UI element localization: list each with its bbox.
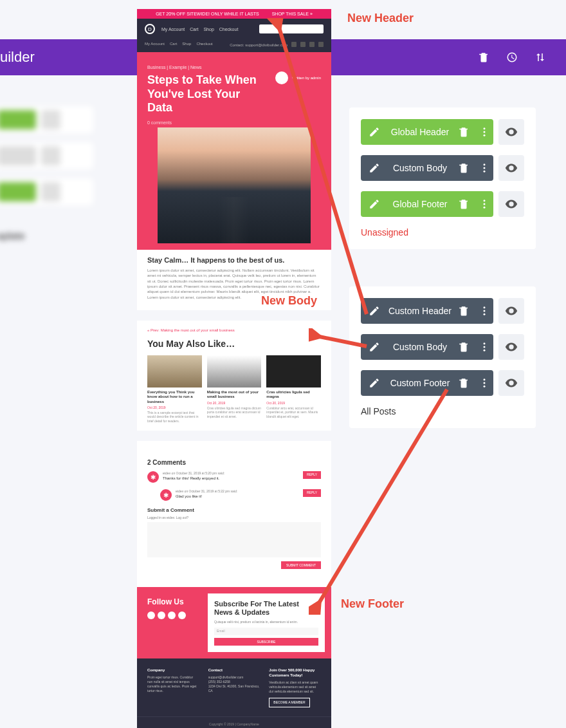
visibility-toggle[interactable] [498, 155, 524, 181]
prev-link[interactable]: « Prev: Making the most out of your smal… [147, 328, 321, 332]
comment-meta: etdev on October 31, 2019 at 5:22 pm sai… [176, 489, 299, 493]
col-heading: Company [147, 667, 199, 673]
subnav-link[interactable]: Checkout [196, 42, 212, 47]
comment-text: Thanks for this! Really enjoyed it. [163, 476, 299, 480]
related-date: Oct 20, 2019 [147, 406, 202, 409]
nav-links: My Account Cart Shop Checkout [161, 27, 238, 32]
promo-bar: GET 20% OFF SITEWIDE! ONLY WHILE IT LAST… [137, 9, 331, 19]
pencil-icon[interactable] [361, 126, 388, 138]
svg-point-6 [484, 200, 486, 201]
svg-point-10 [484, 310, 486, 312]
search-input[interactable] [259, 24, 324, 33]
avatar [275, 71, 288, 84]
custom-header-template[interactable]: Custom Header [361, 298, 493, 324]
custom-body-template[interactable]: Custom Body [361, 334, 493, 360]
pencil-icon[interactable] [361, 198, 388, 210]
svg-point-13 [484, 346, 486, 348]
site-nav: D My Account Cart Shop Checkout [137, 19, 331, 39]
member-button[interactable]: BECOME A MEMBER [269, 698, 309, 707]
breadcrumb: Business | Example | News [147, 65, 321, 70]
related-title: Cras ultricies ligula sed magna [266, 390, 321, 399]
visibility-toggle[interactable] [498, 370, 524, 396]
email-field[interactable]: Email [214, 628, 318, 635]
instagram-icon[interactable] [168, 611, 176, 619]
trash-icon[interactable] [452, 126, 475, 138]
template-label: Custom Body [388, 342, 452, 352]
more-icon[interactable] [475, 305, 493, 317]
pencil-icon[interactable] [361, 305, 388, 317]
template-label: Custom Body [388, 163, 452, 173]
annotation-new-body: New Body [261, 294, 317, 308]
related-item[interactable]: Everything you Think you know about how … [147, 355, 202, 423]
subscribe-text: Quisque velit nisi, pretium ut lacinia i… [214, 620, 318, 624]
nav-link[interactable]: Shop [203, 27, 214, 32]
trash-icon[interactable] [452, 198, 475, 210]
custom-footer-template[interactable]: Custom Footer [361, 370, 493, 396]
related-date: Oct 20, 2019 [266, 401, 321, 405]
subnav-link[interactable]: My Account [145, 42, 165, 47]
pencil-icon[interactable] [361, 377, 388, 389]
nav-link[interactable]: Cart [190, 27, 198, 32]
related-item[interactable]: Cras ultricies ligula sed magna Oct 20, … [266, 355, 321, 423]
global-footer-template[interactable]: Global Footer [361, 191, 493, 217]
facebook-icon[interactable] [147, 611, 155, 619]
related-excerpt: Curabitur arcu erat, accumsan id imperdi… [266, 406, 321, 419]
logo-icon[interactable]: D [145, 24, 155, 34]
template-label: Custom Header [388, 306, 452, 316]
subscribe-button[interactable]: SUBSCRIBE [214, 638, 318, 646]
trash-icon[interactable] [452, 162, 475, 174]
global-header-template[interactable]: Global Header [361, 119, 493, 145]
sort-icon[interactable] [534, 51, 547, 64]
youtube-icon[interactable] [178, 611, 186, 619]
comment: ✱ etdev on October 31, 2019 at 5:20 pm s… [147, 471, 321, 483]
visibility-toggle[interactable] [498, 119, 524, 145]
reply-button[interactable]: REPLY [303, 471, 321, 479]
col-text: Proin eget tortor risus. Curabitur non n… [147, 675, 199, 693]
more-icon[interactable] [475, 377, 493, 389]
visibility-toggle[interactable] [498, 298, 524, 324]
subnav-link[interactable]: Cart [170, 42, 177, 47]
trash-icon[interactable] [477, 51, 490, 64]
thumbnail [266, 355, 321, 387]
promo-cta[interactable]: SHOP THIS SALE » [272, 12, 313, 16]
social-icon[interactable] [309, 42, 315, 47]
social-icon[interactable] [291, 42, 297, 47]
more-icon[interactable] [475, 126, 493, 138]
comment-reply: ✱ etdev on October 31, 2019 at 5:22 pm s… [160, 489, 321, 501]
page-preview: GET 20% OFF SITEWIDE! ONLY WHILE IT LAST… [137, 9, 331, 728]
template-row: Global Header [361, 119, 524, 145]
related-excerpt: Cras ultricies ligula sed magna dictum p… [207, 406, 262, 419]
custom-body-template[interactable]: Custom Body [361, 155, 493, 181]
more-icon[interactable] [475, 162, 493, 174]
hero-image [158, 127, 311, 243]
comment-textarea[interactable] [147, 522, 321, 557]
reply-button[interactable]: REPLY [303, 489, 321, 497]
social-icon[interactable] [300, 42, 306, 47]
related-item[interactable]: Making the most out of your small busine… [207, 355, 262, 423]
more-icon[interactable] [475, 341, 493, 353]
trash-icon[interactable] [452, 377, 475, 389]
related-section: « Prev: Making the most out of your smal… [137, 321, 331, 431]
visibility-toggle[interactable] [498, 334, 524, 360]
social-icon[interactable] [318, 42, 324, 47]
nav-link[interactable]: My Account [161, 27, 185, 32]
twitter-icon[interactable] [158, 611, 165, 619]
subnav-link[interactable]: Shop [182, 42, 191, 47]
pencil-icon[interactable] [361, 162, 388, 174]
subscribe-box: Subscribe For The Latest News & Updates … [208, 593, 325, 651]
visibility-toggle[interactable] [498, 191, 524, 217]
more-icon[interactable] [475, 198, 493, 210]
submit-button[interactable]: SUBMIT COMMENT [281, 561, 321, 569]
related-title: Making the most out of your small busine… [207, 390, 262, 399]
trash-icon[interactable] [452, 305, 475, 317]
comment-text: Glad you like it! [176, 494, 299, 498]
avatar: ✱ [147, 471, 159, 483]
clock-icon[interactable] [506, 51, 518, 64]
col-text: support@divibuilder.com (255) 352-6258 1… [208, 675, 260, 693]
template-row: Custom Footer [361, 370, 524, 396]
trash-icon[interactable] [452, 341, 475, 353]
pencil-icon[interactable] [361, 341, 388, 353]
annotation-new-header: New Header [347, 12, 414, 25]
site-subnav: My Account Cart Shop Checkout Contact: s… [137, 39, 331, 52]
nav-link[interactable]: Checkout [219, 27, 239, 32]
